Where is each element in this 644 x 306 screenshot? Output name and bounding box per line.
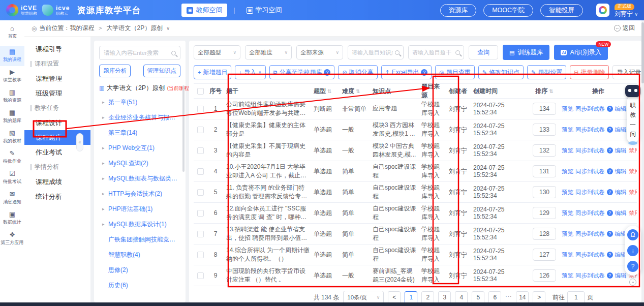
goto-page-input[interactable]: 1 xyxy=(567,291,585,304)
breadcrumb-current[interactable]: 大学语文（2P）原创 xyxy=(106,24,163,32)
sync-to-paper-link[interactable]: 同步到试卷 xyxy=(575,126,605,134)
select-difficulty[interactable]: 全部难度∨ xyxy=(245,45,292,59)
rail-item-courses[interactable]: ▤我的课程 xyxy=(0,46,24,66)
order-input[interactable]: 129 xyxy=(533,207,556,219)
user-box[interactable]: 正式版 刘育宁 ∨ xyxy=(615,3,638,17)
preview-link[interactable]: 预览 xyxy=(562,189,573,196)
help-icon[interactable]: ? xyxy=(607,168,613,174)
preview-link[interactable]: 预览 xyxy=(562,251,573,259)
cancel-share-button[interactable]: ⊘取消分享 xyxy=(338,65,377,79)
help-icon[interactable]: ? xyxy=(324,69,330,76)
robot-icon[interactable] xyxy=(625,85,640,97)
link-smart-cast[interactable]: 智能投屏 xyxy=(540,4,583,17)
caret-right-icon[interactable]: ▸ xyxy=(102,191,106,196)
sync-to-paper-link[interactable]: 同步到试卷 xyxy=(575,189,605,196)
collapse-tools-icon[interactable] xyxy=(629,279,636,286)
rail-item-stats[interactable]: ▣数据统计 xyxy=(0,208,24,229)
import-button[interactable]: ↓导入∨ xyxy=(235,65,265,79)
tree-node-1[interactable]: ▸企业经济业务核算与报告(10) xyxy=(99,110,180,125)
menu-item-course-manage[interactable]: 课程管理 xyxy=(24,71,90,86)
help-icon[interactable]: ? xyxy=(607,210,613,216)
disable-link[interactable]: 禁用 xyxy=(629,168,637,175)
order-input[interactable]: 133 xyxy=(533,124,556,136)
edit-link[interactable]: 编辑 xyxy=(615,147,627,155)
training-bank-button[interactable]: ▤训练题库 xyxy=(503,45,549,60)
row-checkbox[interactable] xyxy=(197,127,204,133)
page-scrollbar[interactable] xyxy=(641,20,644,302)
page-button-5[interactable]: 5 xyxy=(472,291,484,304)
tree-node-0[interactable]: ▸第一章(51) xyxy=(99,95,180,110)
sort-icon[interactable]: ⇅ xyxy=(327,88,331,94)
menu-item-course-design[interactable]: 课程设计 xyxy=(24,115,90,130)
help-icon[interactable]: ? xyxy=(607,106,613,112)
batch-delete-button[interactable]: ⊟批量删除 xyxy=(570,65,609,79)
link-resource-library[interactable]: 资源库 xyxy=(440,4,477,17)
page-button-2[interactable]: 2 xyxy=(421,291,434,304)
sync-to-paper-link[interactable]: 同步到试卷 xyxy=(575,251,605,259)
import-records-button[interactable]: 导入记录 xyxy=(612,65,644,79)
modify-knowledge-button[interactable]: ✎修改知识点 xyxy=(478,65,524,79)
prev-page-button[interactable]: < xyxy=(388,291,401,304)
order-input[interactable]: 128 xyxy=(533,228,556,240)
sync-to-paper-link[interactable]: 同步到试卷 xyxy=(575,230,605,238)
help-icon[interactable]: ? xyxy=(607,231,613,237)
tree-node-7[interactable]: ▸PHP语法基础(1) xyxy=(99,201,180,217)
rail-item-message[interactable]: ✉消息通知 xyxy=(0,188,24,208)
cloud-download-icon[interactable]: ↓ xyxy=(627,245,638,256)
nav-teacher-space[interactable]: ▣教师空间 xyxy=(181,4,227,17)
preview-link[interactable]: 预览 xyxy=(562,209,573,217)
breadcrumb-root[interactable]: 我的课程 xyxy=(70,24,94,32)
page-button-3[interactable]: 3 xyxy=(438,291,451,304)
preview-link[interactable]: 预览 xyxy=(562,272,573,280)
username[interactable]: 刘育宁 xyxy=(615,10,633,17)
sidebar-collapse-button[interactable]: « xyxy=(76,133,83,151)
help-icon[interactable]: ? xyxy=(607,272,613,279)
preview-link[interactable]: 预览 xyxy=(562,147,573,155)
assistant-label[interactable]: 职教一问 xyxy=(627,96,639,143)
sort-icon[interactable]: ⇅ xyxy=(356,88,360,94)
order-input[interactable]: 130 xyxy=(533,186,556,198)
manage-knowledge-button[interactable]: 管理知识点 xyxy=(143,65,181,77)
tree-search-input[interactable]: 请输入内容Enter搜索 xyxy=(99,46,180,60)
row-checkbox[interactable] xyxy=(197,231,204,237)
edit-link[interactable]: 编辑 xyxy=(615,189,627,196)
rail-item-exam[interactable]: ☑待批考试 xyxy=(0,168,24,188)
sync-to-paper-link[interactable]: 同步到试卷 xyxy=(575,105,605,113)
row-checkbox[interactable] xyxy=(197,210,204,217)
tree-scrollbar[interactable] xyxy=(182,85,185,172)
order-input[interactable]: 131 xyxy=(533,165,556,177)
tree-node-9[interactable]: 广铁集团接触网技能竞赛(10) xyxy=(99,232,180,247)
sync-to-paper-link[interactable]: 同步到试卷 xyxy=(575,272,605,280)
row-checkbox[interactable] xyxy=(197,252,204,258)
sync-to-paper-link[interactable]: 同步到试卷 xyxy=(575,209,605,217)
preview-link[interactable]: 预览 xyxy=(562,168,573,175)
rail-item-classroom[interactable]: ▶课堂教学 xyxy=(0,66,24,86)
edit-link[interactable]: 编辑 xyxy=(615,209,627,217)
tree-node-3[interactable]: ▸PHP Web交互(1) xyxy=(99,140,180,156)
assistant-widget[interactable]: 职教一问 xyxy=(625,85,641,145)
caret-right-icon[interactable]: ▸ xyxy=(102,176,106,181)
order-input[interactable]: 127 xyxy=(533,249,556,261)
page-button-1[interactable]: 1 xyxy=(405,291,417,304)
page-button-14[interactable]: 14 xyxy=(516,291,529,304)
disable-link[interactable]: 禁用 xyxy=(629,147,637,155)
help-icon[interactable]: ? xyxy=(607,127,613,133)
preview-link[interactable]: 预览 xyxy=(562,126,573,134)
order-input[interactable]: 126 xyxy=(533,269,556,282)
menu-item-course-guide[interactable]: 课程引导 xyxy=(24,42,90,56)
row-checkbox[interactable] xyxy=(197,168,204,175)
disable-link[interactable]: 禁用 xyxy=(629,209,637,217)
rail-item-home[interactable]: ⌂首页 xyxy=(0,22,24,43)
row-checkbox[interactable] xyxy=(197,106,204,112)
page-button-4[interactable]: 4 xyxy=(455,291,468,304)
row-checkbox[interactable] xyxy=(197,272,204,279)
share-to-school-button[interactable]: ⧉分享至学校题库? xyxy=(269,65,335,79)
input-question-stem[interactable]: 请输入题目题干 xyxy=(408,45,464,59)
tree-root-node[interactable]: ▥ 大学语文（2P）原创 (当前课程) xyxy=(99,84,180,93)
rail-item-question-bank[interactable]: ▦我的题库 xyxy=(0,107,24,127)
app-launcher-icon[interactable] xyxy=(596,4,609,17)
menu-item-class-manage[interactable]: 班级管理 xyxy=(24,86,90,101)
back-button[interactable]: ← 返回 xyxy=(614,24,635,33)
query-button[interactable]: 查询 xyxy=(469,45,498,59)
caret-right-icon[interactable]: ▸ xyxy=(102,145,106,150)
